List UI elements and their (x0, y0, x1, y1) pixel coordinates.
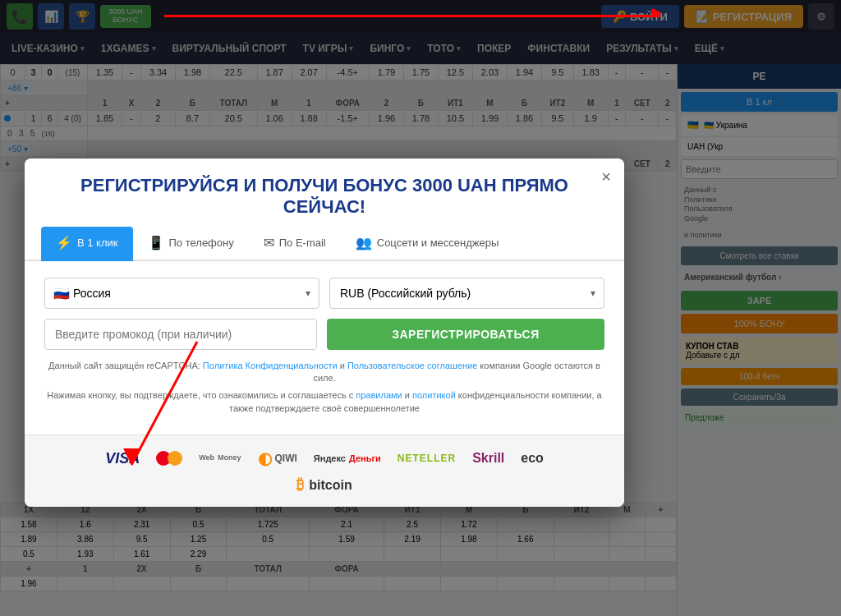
bitcoin-icon: ₿ (296, 476, 304, 494)
rules-link[interactable]: правилами (356, 390, 402, 400)
modal-header: РЕГИСТРИРУЙСЯ И ПОЛУЧИ БОНУС 3000 UAH ПР… (25, 159, 624, 227)
country-select[interactable]: Россия Украина Беларусь (45, 278, 319, 308)
yandex-payment: Яндекс Деньги (314, 453, 381, 463)
registration-modal: РЕГИСТРИРУЙСЯ И ПОЛУЧИ БОНУС 3000 UAH ПР… (25, 159, 624, 507)
bitcoin-payment: ₿ bitcoin (44, 476, 604, 494)
skrill-payment: Skrill (472, 451, 504, 466)
visa-payment: VISA (105, 450, 140, 467)
currency-select-wrapper: RUB (Российский рубль) UAH (Украинская г… (329, 278, 604, 309)
tab-email[interactable]: ✉ По E-mail (249, 227, 341, 261)
captcha-text: Данный сайт защищён reCAPTCHA: Политика … (44, 360, 604, 385)
webmoney-payment: Web Money (199, 454, 241, 462)
terms-link[interactable]: Пользовательское соглашение (347, 361, 477, 370)
modal-close-button[interactable]: × (601, 168, 611, 185)
tab-phone[interactable]: 📱 По телефону (133, 227, 249, 261)
neteller-payment: NETELLER (398, 453, 456, 464)
email-icon: ✉ (264, 235, 274, 251)
payment-icons: VISA Web Money ◐ QIWI Яндекс Деньги (44, 448, 604, 468)
tab-social[interactable]: 👥 Соцсети и мессенджеры (341, 227, 514, 261)
lightning-icon: ⚡ (56, 235, 72, 251)
currency-select[interactable]: RUB (Российский рубль) UAH (Украинская г… (330, 278, 604, 308)
modal-title: РЕГИСТРИРУЙСЯ И ПОЛУЧИ БОНУС 3000 UAH ПР… (44, 175, 604, 218)
promo-register-row: ЗАРЕГИСТРИРОВАТЬСЯ (44, 319, 604, 350)
country-currency-row: 🇷🇺 Россия Украина Беларусь ▾ RUB (Россий… (44, 278, 604, 309)
modal-tabs: ⚡ В 1 клик 📱 По телефону ✉ По E-mail 👥 С… (25, 227, 624, 261)
privacy-link[interactable]: Политика Конфиденциальности (203, 361, 338, 370)
mc-yellow-circle (168, 451, 182, 466)
modal-overlay: РЕГИСТРИРУЙСЯ И ПОЛУЧИ БОНУС 3000 UAH ПР… (0, 0, 841, 616)
register-btn[interactable]: ЗАРЕГИСТРИРОВАТЬСЯ (327, 319, 604, 350)
modal-footer: VISA Web Money ◐ QIWI Яндекс Деньги (25, 434, 624, 507)
social-icon: 👥 (356, 235, 372, 251)
confirm-text: Нажимая кнопку, вы подтверждаете, что оз… (44, 389, 604, 415)
policy-link[interactable]: политикой (412, 390, 456, 400)
mastercard-payment (156, 451, 182, 466)
tab-1click[interactable]: ⚡ В 1 клик (41, 227, 133, 261)
eco-payment: eco (521, 451, 544, 466)
phone-icon: 📱 (148, 235, 164, 251)
modal-body: 🇷🇺 Россия Украина Беларусь ▾ RUB (Россий… (25, 261, 624, 435)
country-select-wrapper: 🇷🇺 Россия Украина Беларусь ▾ (44, 278, 319, 309)
qiwi-payment: ◐ QIWI (258, 448, 297, 468)
promo-code-input[interactable] (44, 319, 317, 350)
